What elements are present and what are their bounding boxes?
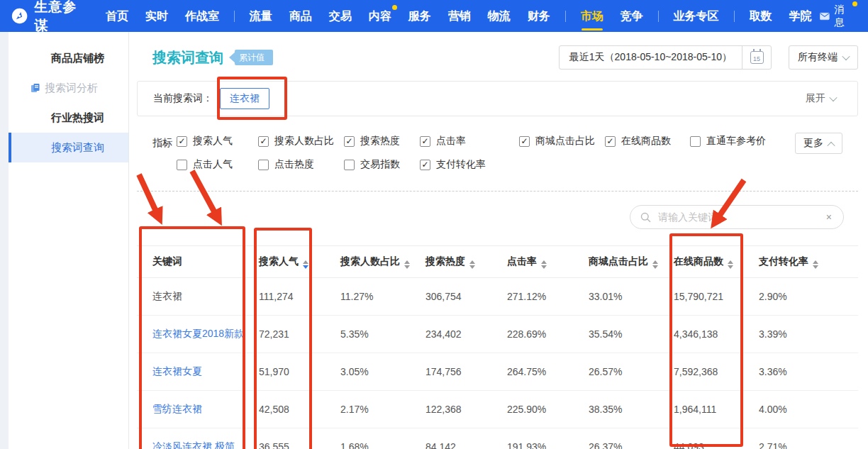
col-header-online-products[interactable]: 在线商品数 (660, 246, 745, 278)
chevron-down-icon (842, 52, 850, 60)
value-cell: 234,402 (411, 316, 493, 353)
metric-checkbox-click-popularity[interactable]: 点击人气 (177, 158, 233, 171)
sidebar-item-product-shop-rank[interactable]: 商品店铺榜 (9, 43, 128, 73)
sort-icon[interactable] (404, 260, 410, 269)
sort-icon[interactable] (728, 260, 733, 269)
keyword-link[interactable]: 连衣裙女夏2018新款 (137, 316, 245, 353)
nav-item-business-zone[interactable]: 业务专区 (674, 0, 719, 32)
metric-checkbox-ztc-reference-price[interactable]: 直通车参考价 (690, 135, 766, 148)
metric-checkbox-searcher-ratio[interactable]: ✓ 搜索人数占比 (258, 135, 334, 148)
metric-checkbox-search-heat[interactable]: ✓ 搜索热度 (344, 135, 400, 148)
nav-item-finance[interactable]: 财务 (528, 0, 550, 32)
page-title: 搜索词查询 (152, 48, 223, 67)
sidebar-item-label: 搜索词分析 (45, 73, 98, 103)
value-cell: 2.17% (326, 391, 411, 428)
value-cell: 84,142 (411, 428, 493, 449)
checkbox-icon[interactable]: ✓ (420, 136, 430, 147)
clear-icon[interactable]: × (825, 211, 833, 223)
nav-item-realtime[interactable]: 实时 (145, 0, 168, 32)
checkbox-icon[interactable]: ✓ (420, 160, 430, 170)
keyword-search-input[interactable] (657, 211, 825, 223)
nav-item-war-room[interactable]: 作战室 (185, 0, 219, 32)
nav-item-home[interactable]: 首页 (106, 0, 128, 32)
checkbox-icon[interactable]: ✓ (519, 136, 530, 147)
sort-icon[interactable] (303, 260, 308, 269)
current-keyword-chip[interactable]: 连衣裙 (220, 88, 269, 109)
value-cell: 2.90% (745, 278, 858, 316)
metric-checkbox-mall-click-ratio[interactable]: ✓ 商城点击占比 (519, 135, 595, 148)
sidebar-item-search-word-analysis[interactable]: 搜索词分析 (9, 73, 128, 103)
metric-label: 支付转化率 (436, 158, 486, 171)
checkbox-icon[interactable] (258, 160, 269, 170)
more-label: 更多 (803, 137, 823, 150)
metric-checkbox-click-heat[interactable]: 点击热度 (258, 158, 314, 171)
more-metrics-button[interactable]: 更多 (795, 133, 842, 154)
expand-button[interactable]: 展开 (806, 92, 836, 105)
value-cell: 191.93% (493, 428, 574, 449)
nav-item-logistics[interactable]: 物流 (488, 0, 511, 32)
table-row: 连衣裙女夏2018新款 72,231 5.35% 234,402 228.69%… (137, 316, 858, 353)
metric-label: 搜索人数占比 (274, 135, 334, 148)
sort-icon[interactable] (469, 260, 475, 269)
value-cell: 35.54% (574, 316, 660, 353)
checkbox-icon[interactable]: ✓ (605, 136, 616, 147)
metric-checkbox-trade-index[interactable]: 交易指数 (344, 158, 400, 171)
keyword-search-box[interactable]: × (630, 205, 844, 229)
chevron-up-icon (827, 142, 835, 150)
metric-checkbox-online-products[interactable]: ✓ 在线商品数 (605, 135, 671, 148)
nav-item-data-fetch[interactable]: 取数 (749, 0, 772, 32)
metric-checkbox-search-popularity[interactable]: ✓ 搜索人气 (177, 135, 233, 148)
value-cell: 33.01% (574, 278, 660, 316)
metric-label: 搜索热度 (360, 135, 400, 148)
value-cell: 3.36% (745, 353, 858, 391)
value-cell: 264.75% (493, 353, 574, 391)
metric-checkbox-click-rate[interactable]: ✓ 点击率 (420, 135, 466, 148)
nav-item-trade[interactable]: 交易 (329, 0, 352, 32)
value-cell: 174,756 (411, 353, 493, 391)
keyword-link[interactable]: 连衣裙女夏 (137, 353, 245, 391)
checkbox-icon[interactable] (177, 160, 187, 170)
date-range-picker[interactable]: 最近1天（2018-05-10~2018-05-10） 15 (559, 45, 772, 70)
value-cell: 4,346,138 (660, 316, 745, 353)
value-cell: 1.68% (326, 428, 411, 449)
col-header-searcher-ratio[interactable]: 搜索人数占比 (326, 246, 411, 278)
app-name: 生意参谋 (34, 0, 83, 35)
nav-item-service[interactable]: 服务 (408, 0, 431, 32)
col-header-click-rate[interactable]: 点击率 (493, 246, 574, 278)
metric-checkbox-payment-conversion[interactable]: ✓ 支付转化率 (420, 158, 486, 171)
sort-icon[interactable] (813, 260, 818, 269)
metric-label: 搜索人气 (193, 135, 233, 148)
calendar-button[interactable]: 15 (742, 51, 771, 64)
checkbox-icon[interactable]: ✓ (177, 136, 187, 147)
value-cell: 38.35% (574, 391, 660, 428)
value-cell: 3.05% (326, 353, 411, 391)
sidebar-item-industry-hot-words[interactable]: 行业热搜词 (9, 103, 128, 133)
sort-icon[interactable] (652, 260, 658, 269)
sidebar-item-search-word-query[interactable]: 搜索词查询 (9, 133, 128, 162)
nav-item-product[interactable]: 商品 (289, 0, 312, 32)
col-header-payment-conversion[interactable]: 支付转化率 (745, 246, 858, 278)
nav-item-market[interactable]: 市场 (581, 0, 603, 32)
nav-item-content[interactable]: 内容 (369, 0, 391, 32)
checkbox-icon[interactable] (690, 136, 701, 147)
col-header-search-heat[interactable]: 搜索热度 (411, 246, 493, 278)
terminal-select[interactable]: 所有终端 (789, 45, 858, 70)
checkbox-icon[interactable]: ✓ (344, 136, 355, 147)
metric-label: 点击热度 (274, 158, 314, 171)
checkbox-icon[interactable] (344, 160, 355, 170)
keyword-link[interactable]: 雪纺连衣裙 (137, 391, 245, 428)
nav-item-academy[interactable]: 学院 (789, 0, 811, 32)
app-logo[interactable]: 生意参谋 (11, 0, 83, 35)
sort-icon[interactable] (541, 260, 547, 269)
dashed-divider (137, 191, 858, 192)
nav-item-traffic[interactable]: 流量 (250, 0, 272, 32)
nav-item-competition[interactable]: 竞争 (621, 0, 643, 32)
messages-button[interactable]: 消息 (820, 4, 857, 29)
keyword-link[interactable]: 冷淡风连衣裙 极简 (137, 428, 245, 449)
table-row: 冷淡风连衣裙 极简 36,555 1.68% 84,142 191.93% 26… (137, 428, 858, 449)
value-cell: 1,964,111 (660, 391, 745, 428)
col-header-search-popularity[interactable]: 搜索人气 (245, 246, 326, 278)
checkbox-icon[interactable]: ✓ (258, 136, 269, 147)
col-header-mall-click-ratio[interactable]: 商城点击占比 (574, 246, 660, 278)
nav-item-marketing[interactable]: 营销 (448, 0, 471, 32)
